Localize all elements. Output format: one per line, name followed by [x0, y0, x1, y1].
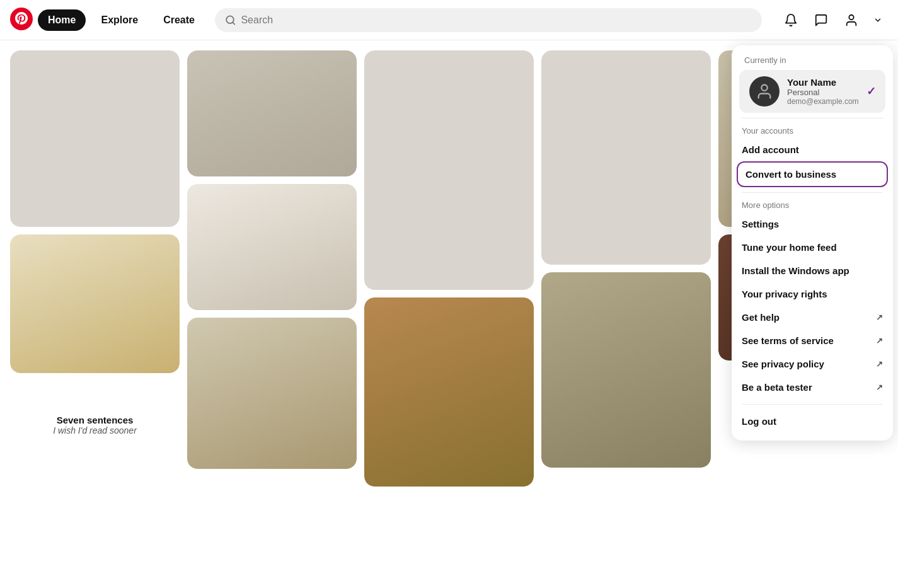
search-bar	[215, 8, 762, 32]
bell-icon	[784, 13, 798, 27]
privacy-rights-menu-item[interactable]: Your privacy rights	[732, 282, 893, 306]
account-type: Personal	[787, 88, 859, 97]
avatar	[749, 76, 780, 107]
currently-in-label: Currently in	[734, 53, 890, 70]
home-nav-button[interactable]: Home	[38, 9, 86, 31]
list-item[interactable]	[364, 297, 534, 487]
messages-button[interactable]	[807, 6, 835, 34]
explore-nav-button[interactable]: Explore	[91, 9, 148, 31]
user-icon	[844, 13, 858, 27]
list-item[interactable]	[10, 234, 180, 373]
divider-2	[742, 192, 883, 193]
list-item[interactable]	[10, 50, 180, 227]
search-icon	[225, 14, 236, 26]
list-item[interactable]	[187, 184, 357, 310]
user-dropdown-menu: Currently in Your Name Personal demo@exa…	[732, 45, 893, 441]
chevron-down-icon	[873, 16, 882, 25]
more-options-label: More options	[732, 198, 893, 212]
list-item[interactable]	[187, 318, 357, 469]
add-account-button[interactable]: Add account	[732, 138, 893, 161]
chat-icon	[814, 13, 828, 27]
account-info: Your Name Personal demo@example.com	[787, 77, 859, 106]
svg-line-2	[233, 22, 234, 24]
currently-in-section: Currently in Your Name Personal demo@exa…	[732, 53, 893, 113]
pinterest-logo[interactable]	[10, 8, 33, 33]
divider-3	[742, 404, 883, 405]
external-link-icon: ↗	[876, 383, 883, 392]
selected-checkmark: ✓	[866, 84, 876, 98]
privacy-policy-menu-item[interactable]: See privacy policy ↗	[732, 352, 893, 376]
your-accounts-label: Your accounts	[732, 124, 893, 138]
get-help-menu-item[interactable]: Get help ↗	[732, 306, 893, 329]
terms-of-service-menu-item[interactable]: See terms of service ↗	[732, 329, 893, 352]
profile-button[interactable]	[838, 6, 865, 34]
list-item[interactable]	[541, 272, 711, 468]
notifications-button[interactable]	[777, 6, 805, 34]
convert-to-business-button[interactable]: Convert to business	[737, 161, 888, 187]
settings-menu-item[interactable]: Settings	[732, 212, 893, 236]
beta-tester-menu-item[interactable]: Be a beta tester ↗	[732, 376, 893, 399]
pin-text-sub: I wish I'd read sooner	[53, 425, 137, 435]
search-input[interactable]	[241, 14, 752, 26]
list-item[interactable]: Seven sentences I wish I'd read sooner	[10, 381, 180, 469]
list-item[interactable]	[364, 50, 534, 290]
external-link-icon: ↗	[876, 359, 883, 369]
header: Home Explore Create	[0, 0, 898, 40]
log-out-menu-item[interactable]: Log out	[732, 410, 893, 433]
list-item[interactable]	[187, 50, 357, 176]
tune-home-feed-menu-item[interactable]: Tune your home feed	[732, 236, 893, 259]
external-link-icon: ↗	[876, 313, 883, 322]
header-icons	[777, 6, 888, 34]
menu-chevron-button[interactable]	[868, 10, 888, 30]
main-content: Seven sentences I wish I'd read sooner	[0, 40, 898, 497]
account-name: Your Name	[787, 77, 859, 88]
external-link-icon: ↗	[876, 336, 883, 345]
account-row[interactable]: Your Name Personal demo@example.com ✓	[739, 70, 885, 113]
install-windows-app-menu-item[interactable]: Install the Windows app	[732, 259, 893, 282]
divider-1	[742, 118, 883, 118]
svg-point-3	[849, 14, 853, 19]
account-email: demo@example.com	[787, 97, 859, 106]
svg-point-4	[761, 85, 767, 91]
list-item[interactable]	[541, 50, 711, 265]
create-nav-button[interactable]: Create	[153, 9, 205, 31]
pin-text-title: Seven sentences	[57, 415, 134, 425]
